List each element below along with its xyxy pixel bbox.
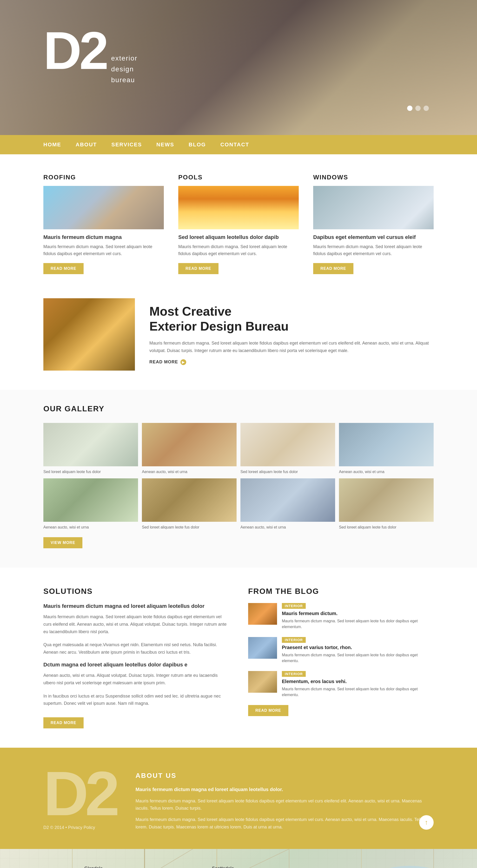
service-roofing-subtitle: Mauris fermeum dictum magna [43,234,164,240]
service-windows-subtitle: Dapibus eget elementum vel cursus eleif [313,234,434,240]
nav-about[interactable]: ABOUT [76,142,97,148]
svg-line-10 [0,849,193,868]
slider-dot-1[interactable] [407,105,412,111]
solutions-sub-desc2: In in faucibus orci luctus et arcu Suspe… [43,692,229,707]
svg-point-12 [366,866,453,868]
blog-content-3: Interior Elementum, eros lacus vehi. Mau… [282,671,434,698]
nav-blog[interactable]: BLOG [189,142,206,148]
gallery-heading: OUR GALLERY [43,404,434,413]
gallery-footer: VIEW MORE [43,537,434,548]
footer-about-heading: ABOUT US [135,772,434,779]
hero-slider-dots [407,105,429,111]
two-col-section: SOLUTIONS Mauris fermeum dictum magna ed… [0,567,477,747]
blog-tag-1: Interior [282,603,306,609]
blog-content-2: Interior Praesent et varius tortor, rhon… [282,637,434,664]
solutions-intro-heading: Mauris fermeum dictum magna ed loreet al… [43,603,229,609]
gallery-thumb-5[interactable] [43,478,138,522]
solutions-intro-desc: Mauris fermeum dictum magna. Sed loreet … [43,613,229,635]
service-roofing-title: ROOFING [43,174,164,181]
slider-dot-3[interactable] [423,105,429,111]
blog-column: FROM THE BLOG Interior Mauris fermeum di… [248,587,434,728]
service-windows: WINDOWS Dapibus eget elementum vel cursu… [313,174,434,274]
gallery-thumb-6[interactable] [142,478,237,522]
gallery-section: OUR GALLERY Sed loreet aliquam leote fus… [0,390,477,568]
svg-line-11 [48,849,289,868]
blog-thumb-2[interactable] [248,637,277,659]
solutions-sub-heading: Dctum magna ed loreet aliquam leotellus … [43,661,229,668]
service-pools-readmore[interactable]: READ MORE [178,263,218,274]
solutions-sub-desc: Aenean aucto, wisi et urna. Aliquat volu… [43,672,229,686]
service-windows-title: WINDOWS [313,174,434,181]
service-roofing-readmore[interactable]: READ MORE [43,263,83,274]
gallery-caption-2: Aenean aucto, wisi et urna [142,469,237,474]
blog-content-1: Interior Mauris fermeum dictum. Mauris f… [282,603,434,630]
slider-dot-2[interactable] [415,105,421,111]
gallery-thumb-4[interactable] [339,423,434,466]
footer-d2-text: D2 [43,767,116,820]
blog-heading: FROM THE BLOG [248,587,434,596]
footer-inner: D2 D2 © 2014 • Privacy Policy ABOUT US M… [43,767,434,835]
gallery-thumb-1[interactable] [43,423,138,466]
gallery-caption-4: Aenean aucto, wisi et urna [339,469,434,474]
blog-title-2[interactable]: Praesent et varius tortor, rhon. [282,645,434,650]
map-roads: Hills [0,849,477,868]
gallery-thumb-3[interactable] [240,423,335,466]
featured-section: Most Creative Exterior Design Bureau Mau… [0,289,477,390]
tagline-line2: design [111,64,137,75]
solutions-readmore-button[interactable]: READ MORE [43,717,83,728]
blog-title-3[interactable]: Elementum, eros lacus vehi. [282,679,434,684]
service-windows-image [313,186,434,229]
blog-readmore-button[interactable]: READ MORE [248,705,288,716]
service-roofing-desc: Mauris fermeum dictum magna. Sed loreet … [43,243,164,257]
gallery-grid-row1: Sed loreet aliquam leote fus dolor Aenea… [43,423,434,474]
footer-about-desc1: Mauris fermeum dictum magna. Sed loreet … [135,797,434,812]
blog-desc-2: Mauris fermeum dictum magna. Sed loreet … [282,652,434,664]
hero-d2-text: D2 [43,24,106,77]
featured-readmore[interactable]: READ MORE ▶ [149,359,434,365]
footer-logo-col: D2 D2 © 2014 • Privacy Policy [43,767,116,830]
gallery-caption-7: Aenean aucto, wisi et urna [240,525,335,530]
service-roofing: ROOFING Mauris fermeum dictum magna Maur… [43,174,164,274]
map-section: Hills Glendale Scottsdale Avondale Phoen… [0,849,477,868]
blog-tag-2: Interior [282,637,306,643]
nav-services[interactable]: SERVICES [111,142,142,148]
solutions-intro-desc2: Qua eget malesuada at neque.Vivamus eget… [43,641,229,656]
list-item: Aenean aucto, wisi et urna [240,478,335,530]
service-windows-readmore[interactable]: READ MORE [313,263,353,274]
nav-news[interactable]: NEWS [156,142,174,148]
gallery-caption-5: Aenean aucto, wisi et urna [43,525,138,530]
list-item: Aenean aucto, wisi et urna [339,423,434,474]
map-label-scottsdale: Scottsdale [212,866,234,868]
gallery-viewmore-button[interactable]: VIEW MORE [43,537,82,548]
service-roofing-image [43,186,164,229]
footer-about-highlight: Mauris fermeum dictum magna ed loreet al… [135,785,434,794]
solutions-column: SOLUTIONS Mauris fermeum dictum magna ed… [43,587,229,728]
tagline-line3: bureau [111,75,137,86]
hero-logo: D2 exterior design bureau [43,24,138,85]
blog-item-3: Interior Elementum, eros lacus vehi. Mau… [248,671,434,698]
main-nav: HOME ABOUT SERVICES NEWS BLOG CONTACT [0,135,477,154]
gallery-thumb-7[interactable] [240,478,335,522]
services-section: ROOFING Mauris fermeum dictum magna Maur… [0,154,477,289]
blog-thumb-1[interactable] [248,603,277,625]
hero-section: D2 exterior design bureau [0,0,477,135]
gallery-thumb-2[interactable] [142,423,237,466]
blog-thumb-3[interactable] [248,671,277,693]
blog-title-1[interactable]: Mauris fermeum dictum. [282,611,434,616]
solutions-heading: SOLUTIONS [43,587,229,596]
gallery-caption-8: Sed loreet aliquam leote fus dolor [339,525,434,530]
list-item: Sed loreet aliquam leote fus dolor [339,478,434,530]
nav-home[interactable]: HOME [43,142,61,148]
featured-title-line1: Most Creative [149,304,232,318]
list-item: Aenean aucto, wisi et urna [43,478,138,530]
footer-about-desc2: Mauris fermeum dictum magna. Sed loreet … [135,816,434,831]
hero-tagline: exterior design bureau [111,53,137,85]
gallery-thumb-8[interactable] [339,478,434,522]
list-item: Sed loreet aliquam leote fus dolor [240,423,335,474]
gallery-caption-1: Sed loreet aliquam leote fus dolor [43,469,138,474]
nav-contact[interactable]: CONTACT [220,142,249,148]
scroll-to-top-button[interactable]: ↑ [419,815,434,830]
service-pools-image [178,186,299,229]
gallery-caption-6: Sed loreet aliquam leote fus dolor [142,525,237,530]
featured-image [43,298,135,371]
